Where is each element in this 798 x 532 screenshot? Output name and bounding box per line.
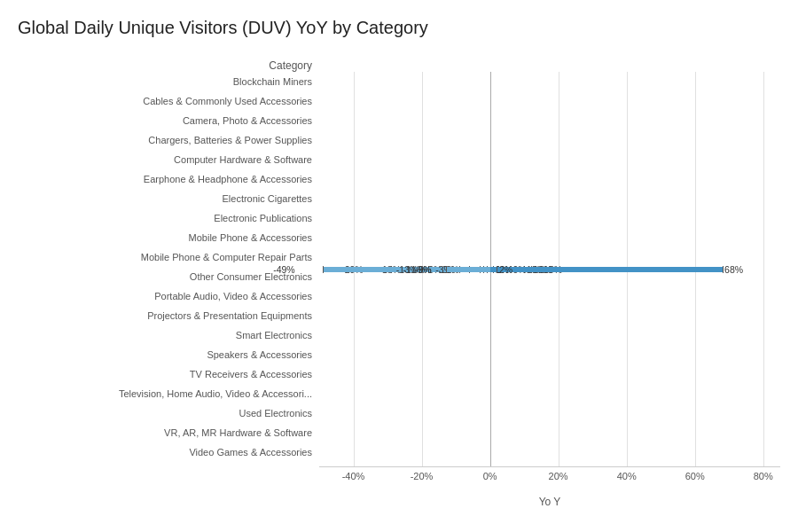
bar-row — [319, 72, 780, 91]
bar-row — [319, 189, 780, 208]
x-axis-title: Yo Y — [319, 496, 780, 508]
x-ticks: -40%-20%0%20%40%60%80% — [319, 467, 780, 494]
y-label: Projectors & Presentation Equipments — [18, 306, 319, 325]
chart-area: Category Blockchain MinersCables & Commo… — [18, 47, 780, 508]
x-tick-label: 0% — [483, 471, 497, 481]
y-axis-header: Category — [18, 47, 319, 72]
x-tick-label: 40% — [617, 471, 637, 481]
y-label: Smart Electronics — [18, 325, 319, 345]
y-label: Computer Hardware & Software — [18, 150, 319, 169]
bar-row — [319, 384, 780, 403]
y-label: Blockchain Miners — [18, 72, 319, 91]
y-label: Television, Home Audio, Video & Accessor… — [18, 384, 319, 403]
bar-row — [319, 325, 780, 345]
x-tick-label: -40% — [342, 471, 365, 481]
y-label: Used Electronics — [18, 403, 319, 423]
bar-tick — [723, 266, 724, 273]
y-label: Earphone & Headphone & Accessories — [18, 169, 319, 189]
bar-row — [319, 286, 780, 306]
bar-row — [319, 91, 780, 111]
chart-container: Global Daily Unique Visitors (DUV) YoY b… — [0, 0, 798, 532]
y-label: Electronic Cigarettes — [18, 189, 319, 208]
y-label: Video Games & Accessories — [18, 442, 319, 462]
bar-row — [319, 150, 780, 169]
gridlines-and-bars: -29%-6%-18%15%-1%-2%-49%-9%10%-3%6%-9%-1… — [319, 72, 780, 467]
bar-row — [319, 208, 780, 228]
plot-area: -29%-6%-18%15%-1%-2%-49%-9%10%-3%6%-9%-1… — [319, 47, 780, 508]
bar-row — [319, 169, 780, 189]
y-label: Portable Audio, Video & Accessories — [18, 286, 319, 306]
bar-row — [319, 423, 780, 442]
bar-tick — [497, 266, 497, 273]
x-tick-label: 20% — [549, 471, 568, 481]
y-label: Chargers, Batteries & Power Supplies — [18, 130, 319, 150]
x-tick-label: -20% — [411, 471, 434, 481]
y-label: Speakers & Accessories — [18, 345, 319, 364]
bar — [446, 267, 490, 272]
bar — [490, 267, 723, 272]
x-tick-label: 60% — [685, 471, 705, 481]
bar-row — [319, 403, 780, 423]
bar — [490, 267, 497, 272]
bar-row — [319, 228, 780, 247]
bar-row — [319, 306, 780, 325]
bar-row — [319, 130, 780, 150]
bar-value-label: -13% — [396, 264, 419, 275]
y-label: Mobile Phone & Accessories — [18, 228, 319, 247]
y-label: Electronic Publications — [18, 208, 319, 228]
bar-row — [319, 442, 780, 462]
x-axis-header — [319, 47, 780, 72]
y-axis-labels: Category Blockchain MinersCables & Commo… — [18, 47, 319, 508]
bar-row — [319, 111, 780, 130]
bar-value-label: -49% — [273, 264, 295, 275]
bar-row — [319, 345, 780, 364]
y-label: TV Receivers & Accessories — [18, 364, 319, 384]
y-label: Cables & Commonly Used Accessories — [18, 91, 319, 111]
x-tick-label: 80% — [754, 471, 773, 481]
y-label: VR, AR, MR Hardware & Software — [18, 423, 319, 442]
y-label: Camera, Photo & Accessories — [18, 111, 319, 130]
chart-title: Global Daily Unique Visitors (DUV) YoY b… — [18, 18, 780, 38]
bar-row — [319, 364, 780, 384]
bar-value-label: 68% — [724, 264, 743, 275]
bar-tick — [446, 266, 447, 273]
bar-value-label: 2% — [499, 264, 512, 275]
